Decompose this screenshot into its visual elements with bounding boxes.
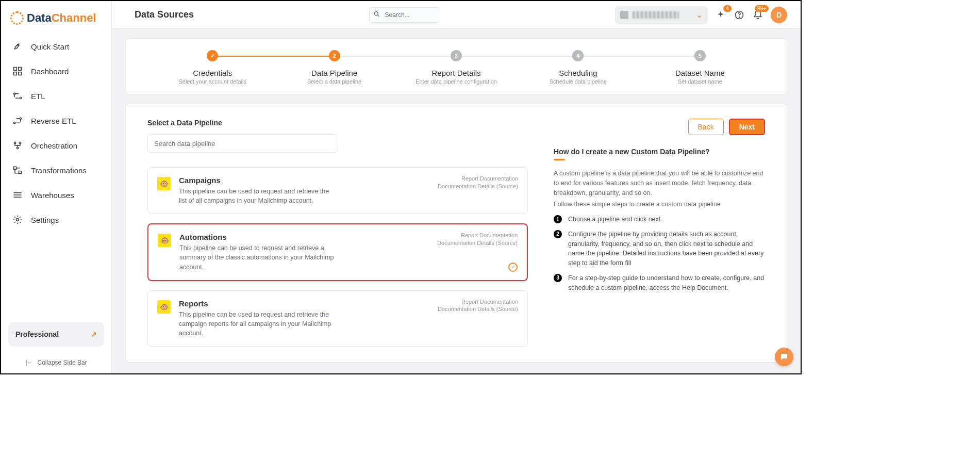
reverse-etl-icon (12, 116, 23, 126)
pipeline-card-reports[interactable]: 🐵 Reports This pipeline can be used to r… (147, 290, 528, 347)
brand-logo: DataChannel (1, 1, 111, 31)
page-title: Data Sources (135, 9, 194, 20)
step-credentials[interactable]: ✓ Credentials Select your account detail… (152, 50, 273, 85)
svg-point-7 (20, 118, 21, 119)
help-step-number: 2 (554, 230, 562, 238)
pipeline-search (147, 134, 528, 153)
wizard-nav-buttons: Back Next (554, 119, 765, 135)
external-link-icon: ↗ (91, 330, 97, 338)
svg-rect-4 (19, 72, 22, 75)
workspace-switcher[interactable]: ⌄ (615, 6, 708, 24)
sidebar-item-orchestration[interactable]: Orchestration (1, 133, 111, 158)
step-connector (212, 56, 334, 57)
svg-rect-3 (14, 72, 17, 75)
workspace-name (633, 11, 679, 19)
collapse-icon: |← (25, 359, 33, 366)
help-step-number: 3 (554, 274, 562, 282)
pipeline-card-campaigns[interactable]: 🐵 Campaigns This pipeline can be used to… (147, 167, 528, 214)
orchestration-icon (12, 140, 23, 151)
brand-word-2: Channel (52, 11, 96, 24)
documentation-details-link[interactable]: Documentation Details (Source) (438, 305, 518, 313)
report-documentation-link[interactable]: Report Documentation (438, 298, 518, 306)
topbar-right: ⌄ 4 99+ D (615, 6, 787, 24)
chevron-down-icon: ⌄ (696, 10, 703, 20)
transformations-icon (12, 165, 23, 175)
selected-check-icon: ✓ (508, 263, 518, 272)
report-documentation-link[interactable]: Report Documentation (437, 232, 518, 239)
step-subtitle: Schedule data pipeline (550, 78, 607, 85)
svg-point-18 (783, 356, 784, 357)
svg-rect-1 (14, 68, 17, 71)
plan-card[interactable]: Professional ↗ (8, 322, 104, 347)
sidebar-item-warehouses[interactable]: Warehouses (1, 183, 111, 207)
step-dot: ✓ (207, 50, 218, 61)
etl-icon (12, 91, 23, 101)
nav-label: Transformations (31, 166, 87, 175)
documentation-details-link[interactable]: Documentation Details (Source) (438, 183, 518, 190)
svg-point-20 (785, 356, 786, 357)
nav-label: Reverse ETL (31, 117, 76, 125)
nav-label: Dashboard (31, 67, 69, 76)
svg-point-8 (14, 122, 15, 124)
svg-point-10 (19, 142, 21, 143)
step-title: Scheduling (559, 69, 597, 77)
pipeline-desc: This pipeline can be used to request and… (179, 310, 336, 338)
step-connector (578, 56, 700, 57)
step-subtitle: Set dataset name (678, 78, 722, 85)
sidebar: DataChannel Quick Start Dashboard ETL Re… (1, 1, 112, 373)
notifications-button[interactable]: 99+ (752, 9, 763, 21)
sidebar-item-etl[interactable]: ETL (1, 84, 111, 108)
collapse-label: Collapse Side Bar (38, 359, 87, 366)
help-step-number: 1 (554, 215, 562, 223)
help-button[interactable] (734, 9, 745, 21)
brand-mark-icon (10, 11, 24, 25)
sidebar-item-reverse-etl[interactable]: Reverse ETL (1, 108, 111, 133)
pipeline-desc: This pipeline can be used to request and… (179, 187, 336, 205)
nav-label: Settings (31, 216, 59, 224)
svg-point-11 (16, 147, 18, 149)
svg-point-17 (739, 17, 739, 17)
step-dot: 4 (572, 50, 584, 61)
help-step-text: Configure the pipeline by providing deta… (568, 230, 765, 268)
svg-point-5 (14, 93, 15, 94)
step-title: Credentials (193, 69, 232, 77)
chat-bubble-button[interactable] (775, 348, 793, 366)
pipeline-card-automations[interactable]: 🐵 Automations This pipeline can be used … (147, 223, 528, 281)
pipeline-selector: Select a Data Pipeline 🐵 Campaigns This … (147, 119, 528, 348)
nav-label: Warehouses (31, 191, 74, 200)
svg-rect-2 (19, 68, 22, 71)
pipeline-list: 🐵 Campaigns This pipeline can be used to… (147, 167, 528, 348)
svg-point-9 (14, 142, 15, 143)
section-title: Select a Data Pipeline (147, 119, 528, 127)
step-title: Dataset Name (675, 69, 725, 77)
sparkle-button[interactable]: 4 (715, 9, 726, 21)
workspace-icon (620, 11, 628, 19)
help-paragraph: A custom pipeline is a data pipeline tha… (554, 169, 765, 198)
search-icon (373, 10, 380, 19)
main: ✓ Credentials Select your account detail… (112, 29, 801, 373)
back-button[interactable]: Back (688, 119, 724, 135)
sidebar-item-transformations[interactable]: Transformations (1, 158, 111, 183)
report-documentation-link[interactable]: Report Documentation (438, 175, 518, 183)
mailchimp-icon: 🐵 (157, 177, 171, 190)
documentation-details-link[interactable]: Documentation Details (Source) (437, 239, 518, 247)
sidebar-item-quick-start[interactable]: Quick Start (1, 34, 111, 59)
avatar[interactable]: D (771, 7, 787, 23)
help-step: 2Configure the pipeline by providing det… (554, 230, 765, 268)
next-button[interactable]: Next (729, 119, 765, 135)
step-subtitle: Select your account details (178, 78, 246, 85)
pipeline-search-input[interactable] (147, 134, 338, 153)
nav-label: Quick Start (31, 42, 69, 51)
sidebar-item-dashboard[interactable]: Dashboard (1, 59, 111, 84)
svg-rect-12 (14, 167, 16, 169)
mailchimp-icon: 🐵 (157, 300, 171, 314)
sidebar-item-settings[interactable]: Settings (1, 207, 111, 232)
collapse-sidebar-button[interactable]: |← Collapse Side Bar (1, 353, 111, 373)
help-step-text: Choose a pipeline and click next. (568, 215, 662, 224)
brand-word-1: Data (27, 11, 52, 24)
step-dot: 5 (694, 50, 706, 61)
sparkle-badge: 4 (723, 5, 732, 12)
gear-icon (12, 215, 23, 225)
brand-text: DataChannel (27, 11, 96, 25)
help-step-text: For a step-by-step guide to understand h… (568, 273, 765, 293)
